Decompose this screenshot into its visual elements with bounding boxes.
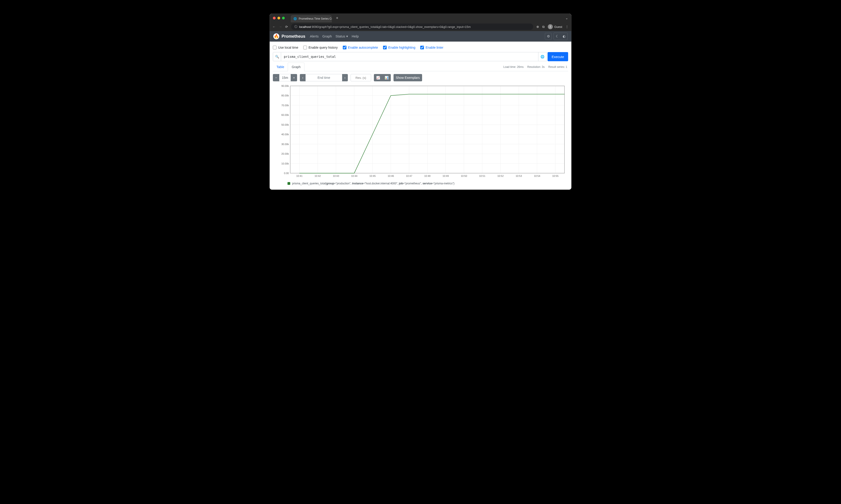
- svg-text:90.00k: 90.00k: [281, 85, 289, 87]
- chart-container: 0.0010.00k20.00k30.00k40.00k50.00k60.00k…: [273, 84, 568, 185]
- resolution-input[interactable]: [351, 74, 371, 81]
- svg-text:50.00k: 50.00k: [281, 123, 289, 126]
- window-maximize-icon[interactable]: [282, 17, 285, 19]
- svg-text:10:44: 10:44: [351, 175, 357, 177]
- svg-text:10:54: 10:54: [534, 175, 540, 177]
- svg-text:10.00k: 10.00k: [281, 162, 289, 165]
- query-stats: Load time: 26ms Resolution: 3s Result se…: [503, 65, 568, 69]
- avatar-icon: [548, 24, 553, 29]
- range-decrease-button[interactable]: −: [273, 74, 279, 81]
- site-info-icon[interactable]: ⓘ: [294, 25, 297, 29]
- opt-enable-linter[interactable]: Enable linter: [420, 46, 443, 49]
- svg-text:10:46: 10:46: [388, 175, 394, 177]
- brand-name: Prometheus: [282, 34, 305, 39]
- content-area: Use local time Enable query history Enab…: [270, 41, 571, 190]
- nav-help[interactable]: Help: [352, 34, 359, 38]
- metrics-explorer-icon[interactable]: 🌐: [538, 52, 547, 61]
- line-chart-icon[interactable]: 📈: [374, 74, 382, 81]
- query-options: Use local time Enable query history Enab…: [273, 44, 568, 52]
- browser-window: 🌐 Prometheus Time Series Collec ✕ + ⌄ ← …: [270, 14, 571, 190]
- reload-icon[interactable]: ⟳: [285, 25, 288, 29]
- expression-input[interactable]: prisma_client_queries_total: [281, 52, 538, 61]
- globe-icon: 🌐: [293, 17, 297, 20]
- chevron-down-icon: ▾: [346, 34, 348, 38]
- address-bar[interactable]: ⓘ localhost:9090/graph?g0.expr=prisma_cl…: [291, 23, 533, 30]
- theme-toggle[interactable]: ☾ ◐: [554, 33, 568, 40]
- svg-text:10:42: 10:42: [315, 175, 321, 177]
- back-icon[interactable]: ←: [272, 25, 275, 29]
- end-time-input[interactable]: End time: [306, 74, 342, 81]
- time-next-button[interactable]: ›: [342, 74, 348, 81]
- svg-point-0: [550, 25, 551, 27]
- brand[interactable]: 🔥 Prometheus: [273, 33, 305, 39]
- opt-use-local-time[interactable]: Use local time: [273, 46, 298, 49]
- tabs-overflow-icon[interactable]: ⌄: [566, 16, 568, 20]
- svg-text:40.00k: 40.00k: [281, 133, 289, 136]
- url-text: localhost:9090/graph?g0.expr=prisma_clie…: [299, 25, 471, 29]
- svg-text:10:55: 10:55: [552, 175, 558, 177]
- moon-icon[interactable]: ☾: [554, 33, 560, 40]
- opt-enable-highlighting[interactable]: Enable highlighting: [383, 46, 415, 49]
- svg-text:20.00k: 20.00k: [281, 152, 289, 155]
- svg-text:0.00: 0.00: [284, 172, 289, 175]
- legend-label: prisma_client_queries_total{group="produ…: [292, 182, 454, 185]
- svg-text:10:50: 10:50: [461, 175, 467, 177]
- legend-swatch-icon: [287, 182, 290, 185]
- view-tabs: Table Graph Load time: 26ms Resolution: …: [273, 62, 568, 71]
- browser-tab[interactable]: 🌐 Prometheus Time Series Collec ✕: [291, 15, 332, 22]
- tab-table[interactable]: Table: [273, 63, 288, 71]
- browser-toolbar: ← → ⟳ ⓘ localhost:9090/graph?g0.expr=pri…: [270, 22, 571, 31]
- stat-load-time: Load time: 26ms: [503, 65, 524, 69]
- nav-status[interactable]: Status ▾: [336, 34, 348, 38]
- new-tab-button[interactable]: +: [336, 16, 338, 21]
- window-minimize-icon[interactable]: [278, 17, 280, 19]
- graph-controls: − 15m + ‹ End time › 📈 📊 Show Exemplars: [273, 71, 568, 84]
- brand-logo-icon: 🔥: [273, 33, 279, 39]
- chart-svg: 0.0010.00k20.00k30.00k40.00k50.00k60.00k…: [274, 84, 567, 180]
- install-icon[interactable]: ⧉: [542, 25, 544, 29]
- svg-text:10:49: 10:49: [443, 175, 449, 177]
- query-bar: 🔍 prisma_client_queries_total 🌐 Execute: [273, 52, 568, 61]
- svg-text:10:48: 10:48: [424, 175, 431, 177]
- profile-chip[interactable]: Guest: [548, 24, 562, 29]
- svg-text:30.00k: 30.00k: [281, 143, 289, 146]
- profile-label: Guest: [554, 25, 562, 29]
- svg-text:10:47: 10:47: [406, 175, 412, 177]
- main-nav: Alerts Graph Status ▾ Help: [310, 34, 359, 38]
- nav-graph[interactable]: Graph: [322, 34, 332, 38]
- show-exemplars-button[interactable]: Show Exemplars: [394, 74, 422, 81]
- svg-text:10:53: 10:53: [516, 175, 522, 177]
- stat-result-series: Result series: 1: [548, 65, 567, 69]
- window-titlebar: 🌐 Prometheus Time Series Collec ✕ + ⌄: [270, 14, 571, 22]
- chart-mode-group: 📈 📊: [374, 74, 391, 81]
- contrast-icon[interactable]: ◐: [560, 33, 568, 40]
- svg-text:10:45: 10:45: [369, 175, 376, 177]
- opt-enable-autocomplete[interactable]: Enable autocomplete: [343, 46, 378, 49]
- svg-text:10:52: 10:52: [497, 175, 504, 177]
- svg-text:10:43: 10:43: [333, 175, 339, 177]
- tab-graph[interactable]: Graph: [288, 62, 304, 71]
- svg-text:10:41: 10:41: [296, 175, 303, 177]
- time-prev-button[interactable]: ‹: [300, 74, 306, 81]
- svg-text:80.00k: 80.00k: [281, 94, 289, 97]
- tab-title: Prometheus Time Series Collec: [299, 17, 332, 20]
- opt-enable-query-history[interactable]: Enable query history: [303, 46, 338, 49]
- execute-button[interactable]: Execute: [548, 52, 568, 61]
- svg-text:10:51: 10:51: [479, 175, 485, 177]
- range-group: − 15m +: [273, 74, 297, 81]
- zoom-icon[interactable]: ⊕: [536, 25, 539, 29]
- range-value[interactable]: 15m: [279, 74, 291, 81]
- app-header: 🔥 Prometheus Alerts Graph Status ▾ Help …: [270, 31, 571, 41]
- endtime-group: ‹ End time ›: [300, 74, 347, 81]
- stat-resolution: Resolution: 3s: [527, 65, 544, 69]
- range-increase-button[interactable]: +: [291, 74, 297, 81]
- stacked-chart-icon[interactable]: 📊: [382, 74, 391, 81]
- window-close-icon[interactable]: [273, 17, 275, 19]
- nav-alerts[interactable]: Alerts: [310, 34, 319, 38]
- kebab-menu-icon[interactable]: ⋮: [566, 25, 569, 29]
- forward-icon[interactable]: →: [279, 25, 282, 29]
- legend[interactable]: prisma_client_queries_total{group="produ…: [274, 180, 567, 185]
- svg-text:60.00k: 60.00k: [281, 113, 289, 116]
- search-icon[interactable]: 🔍: [273, 52, 281, 61]
- settings-gear-icon[interactable]: ⚙: [545, 33, 552, 40]
